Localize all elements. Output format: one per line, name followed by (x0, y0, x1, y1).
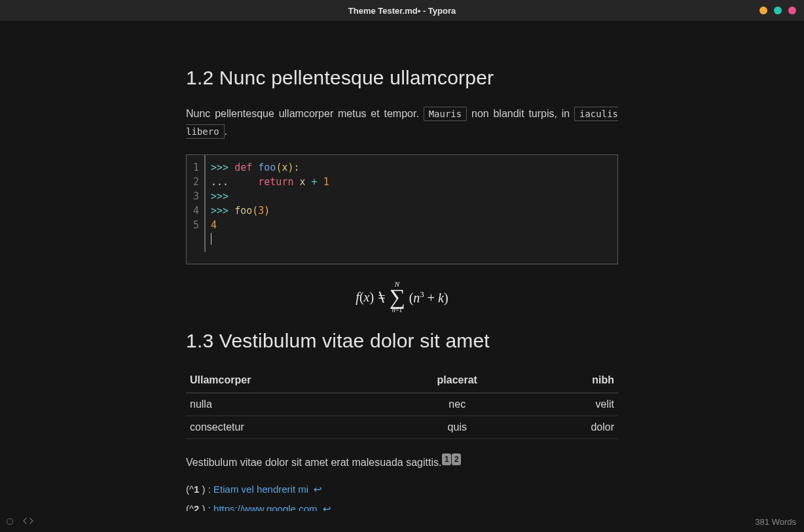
heading-1-2[interactable]: 1.2 Nunc pellentesque ullamcorper (186, 67, 618, 89)
inline-code-mauris[interactable]: Mauris (424, 107, 467, 121)
footnote-link[interactable]: Etiam vel hendrerit mi (213, 484, 308, 495)
math-rhs-rparen: ) (444, 291, 448, 305)
code-line[interactable]: ... return x + 1 (211, 175, 611, 189)
heading-1-3[interactable]: 1.3 Vestibulum vitae dolor sit amet (186, 330, 618, 352)
math-n: n (413, 291, 420, 305)
editor-area[interactable]: 1.2 Nunc pellentesque ullamcorper Nunc p… (0, 21, 804, 511)
footnotes: (^1 ) : Etiam vel hendrerit mi ↩(^2 ) : … (186, 484, 618, 511)
table-row[interactable]: nullanecvelit (186, 393, 618, 416)
math-rparen: ) (369, 290, 374, 304)
code-line[interactable]: 4 (211, 218, 611, 232)
line-number: 2 (193, 175, 199, 189)
para1-seg1: Nunc pellentesque ullamcorper metus et t… (186, 108, 424, 119)
document-content[interactable]: 1.2 Nunc pellentesque ullamcorper Nunc p… (186, 21, 618, 511)
table-cell[interactable]: quis (387, 416, 527, 439)
table-cell[interactable]: consectetur (186, 416, 387, 439)
window-controls (759, 0, 796, 21)
math-k: k (438, 291, 444, 305)
line-number: 1 (193, 160, 199, 175)
source-mode-icon[interactable] (22, 516, 34, 527)
para1-seg3: . (225, 126, 227, 137)
math-block[interactable]: f(x) = N ∑ n=1 (n3 + k) (186, 279, 618, 315)
code-block[interactable]: 12345 >>> def foo(x):... return x + 1>>>… (186, 154, 618, 264)
code-lines[interactable]: >>> def foo(x):... return x + 1>>>>>> fo… (204, 155, 617, 252)
table-cell[interactable]: nulla (186, 393, 387, 416)
line-number: 5 (193, 218, 199, 232)
footnote-marker: (^2 ) : (186, 503, 213, 511)
window-title: Theme Tester.md• - Typora (348, 6, 456, 16)
code-line[interactable]: >>> foo(3) (211, 204, 611, 218)
footref-text: Vestibulum vitae dolor sit amet erat mal… (186, 457, 441, 468)
text-cursor (211, 233, 211, 245)
table-cell[interactable]: velit (527, 393, 618, 416)
footnote-ref-badge[interactable]: 2 (452, 453, 461, 465)
statusbar: 381 Words (0, 511, 804, 532)
th-1: placerat (387, 368, 527, 393)
math-lparen: ( (359, 290, 364, 304)
sigma-icon: ∑ (389, 288, 405, 306)
table-cell[interactable]: dolor (527, 416, 618, 439)
code-gutter: 12345 (187, 155, 204, 252)
maximize-button[interactable] (774, 7, 782, 14)
footref-paragraph[interactable]: Vestibulum vitae dolor sit amet erat mal… (186, 453, 618, 471)
footnote-row: (^1 ) : Etiam vel hendrerit mi ↩ (186, 484, 618, 495)
footnote-ref-badge[interactable]: 1 (442, 453, 451, 465)
titlebar: Theme Tester.md• - Typora (0, 0, 804, 21)
footnote-row: (^2 ) : https://www.google.com ↩ (186, 503, 618, 511)
table-row[interactable]: consecteturquisdolor (186, 416, 618, 439)
th-2: nibh (527, 368, 618, 393)
footnote-link[interactable]: https://www.google.com (213, 503, 317, 511)
close-button[interactable] (788, 7, 796, 14)
footnote-return-icon[interactable]: ↩ (320, 503, 331, 511)
table[interactable]: Ullamcorper placerat nibh nullanecvelitc… (186, 368, 618, 439)
line-number: 4 (193, 204, 199, 218)
th-0: Ullamcorper (186, 368, 387, 393)
footnote-return-icon[interactable]: ↩ (311, 484, 322, 495)
code-line[interactable]: >>> (211, 189, 611, 204)
table-cell[interactable]: nec (387, 393, 527, 416)
math-sigma-bot: n=1 (392, 307, 403, 313)
outline-toggle-icon[interactable] (7, 518, 13, 525)
code-line[interactable]: >>> def foo(x): (211, 160, 611, 175)
para1-seg2: non blandit turpis, in (471, 108, 574, 119)
math-plus: + (424, 291, 438, 305)
paragraph-1[interactable]: Nunc pellentesque ullamcorper metus et t… (186, 105, 618, 140)
math-neq: = (378, 290, 385, 305)
footnote-marker: (^1 ) : (186, 484, 213, 495)
line-number: 3 (193, 189, 199, 204)
word-count[interactable]: 381 Words (755, 517, 796, 527)
minimize-button[interactable] (759, 7, 767, 14)
math-sigma: N ∑ n=1 (389, 281, 405, 313)
table-header-row: Ullamcorper placerat nibh (186, 368, 618, 393)
